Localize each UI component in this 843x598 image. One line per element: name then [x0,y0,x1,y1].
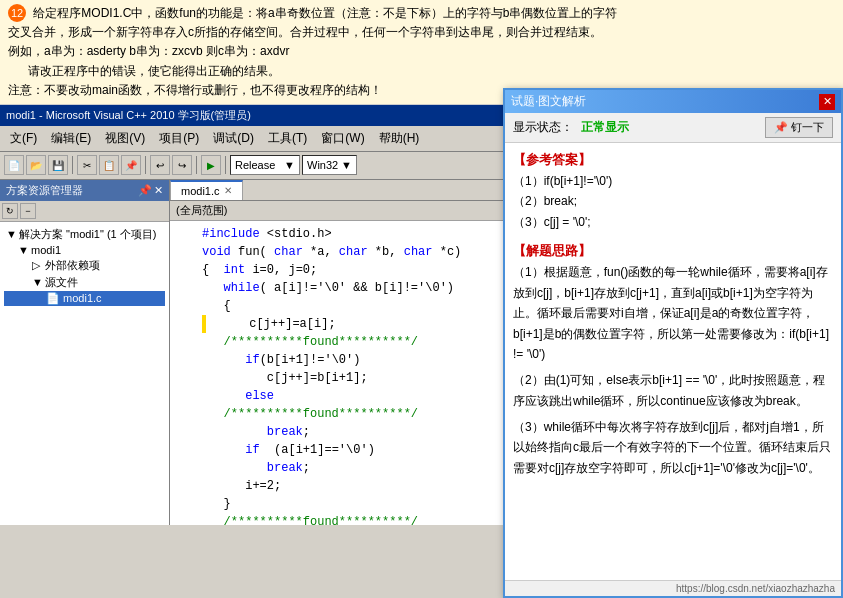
menu-file[interactable]: 文(F) [4,128,43,149]
ref-answer-title: 【参考答案】 [513,149,833,171]
status-label: 显示状态： [513,119,573,136]
toolbar-platform-label: Win32 [307,159,338,171]
menu-tools[interactable]: 工具(T) [262,128,313,149]
menu-view[interactable]: 视图(V) [99,128,151,149]
answer-close-button[interactable]: ✕ [819,94,835,110]
menu-debug[interactable]: 调试(D) [207,128,260,149]
toolbar-sep-4 [225,156,226,174]
answer-item-2: （2）break; [513,191,833,211]
solution-item-2: （2）由(1)可知，else表示b[i+1] == '\0'，此时按照题意，程序… [513,370,833,411]
answer-content: 【参考答案】 （1）if(b[i+1]!='\0') （2）break; （3）… [505,143,841,580]
answer-footer: https://blog.csdn.net/xiaozhazhazha [505,580,841,596]
toolbar-cut[interactable]: ✂ [77,155,97,175]
sidebar-content: ▼ 解决方案 "modi1" (1 个项目) ▼ modi1 ▷ 外部依赖项 ▼… [0,222,169,525]
tab-close-icon[interactable]: ✕ [224,185,232,196]
menu-window[interactable]: 窗口(W) [315,128,370,149]
sidebar-source-files[interactable]: ▼ 源文件 [4,274,165,291]
sidebar-refresh-btn[interactable]: ↻ [2,203,18,219]
sidebar-project-label: modi1 [31,244,61,256]
answer-item-1: （1）if(b[i+1]!='\0') [513,171,833,191]
toolbar-platform-dropdown[interactable]: Win32 ▼ [302,155,357,175]
sidebar-file-modi1[interactable]: 📄 modi1.c [4,291,165,306]
sidebar-solution-label: 解决方案 "modi1" (1 个项目) [19,228,156,240]
toolbar-new[interactable]: 📄 [4,155,24,175]
menu-edit[interactable]: 编辑(E) [45,128,97,149]
editor-tab-modi1[interactable]: modi1.c ✕ [170,180,243,200]
toolbar-undo[interactable]: ↩ [150,155,170,175]
solution-title: 【解题思路】 [513,240,833,262]
sidebar-solution[interactable]: ▼ 解决方案 "modi1" (1 个项目) [4,226,165,243]
toolbar-save[interactable]: 💾 [48,155,68,175]
toolbar-paste[interactable]: 📌 [121,155,141,175]
question-text-1: 给定程序MODI1.C中，函数fun的功能是：将a串奇数位置（注意：不是下标）上… [33,6,617,20]
sidebar-src-label: 源文件 [45,276,78,288]
scope-label: (全局范围) [176,204,227,216]
answer-title: 试题·图文解析 [511,93,586,110]
toolbar-open[interactable]: 📂 [26,155,46,175]
answer-panel: 试题·图文解析 ✕ 显示状态： 正常显示 📌 钉一下 【参考答案】 （1）if(… [503,88,843,598]
footer-url: https://blog.csdn.net/xiaozhazhazha [676,583,835,594]
sidebar-toolbar: ↻ − [0,201,169,222]
toolbar-sep-1 [72,156,73,174]
toolbar-redo[interactable]: ↪ [172,155,192,175]
menu-project[interactable]: 项目(P) [153,128,205,149]
toolbar-run[interactable]: ▶ [201,155,221,175]
question-line-1: 12 给定程序MODI1.C中，函数fun的功能是：将a串奇数位置（注意：不是下… [8,4,835,23]
toolbar-sep-2 [145,156,146,174]
toolbar-config-label: Release [235,159,275,171]
answer-item-3: （3）c[j] = '\0'; [513,212,833,232]
src-expand-icon: ▼ [32,276,42,288]
question-line-3: 例如，a串为：asderty b串为：zxcvb 则c串为：axdvr [8,42,835,61]
sidebar-external-deps[interactable]: ▷ 外部依赖项 [4,257,165,274]
ext-expand-icon: ▷ [32,259,42,272]
ide-title: modi1 - Microsoft Visual C++ 2010 学习版(管理… [6,108,251,123]
pin-button[interactable]: 📌 钉一下 [765,117,833,138]
sidebar-header: 方案资源管理器 📌 ✕ [0,180,169,201]
question-line-4: 请改正程序中的错误，使它能得出正确的结果。 [8,62,835,81]
question-number: 12 [8,4,26,22]
question-line-2: 交叉合并，形成一个新字符串存入c所指的存储空间。合并过程中，任何一个字符串到达串… [8,23,835,42]
pin-icon: 📌 [774,121,788,134]
sidebar-close-icon[interactable]: ✕ [154,184,163,197]
solution-item-3: （3）while循环中每次将字符存放到c[j]后，都对j自增1，所以始终指向c最… [513,417,833,478]
tab-label: modi1.c [181,185,220,197]
project-expand-icon: ▼ [18,244,28,256]
menu-help[interactable]: 帮助(H) [373,128,426,149]
sidebar-collapse-btn[interactable]: − [20,203,36,219]
sidebar-pin-icon[interactable]: 📌 [138,184,152,197]
solution-item-1: （1）根据题意，fun()函数的每一轮while循环，需要将a[i]存放到c[j… [513,262,833,364]
sidebar-ext-label: 外部依赖项 [45,259,100,271]
dropdown-platform-arrow-icon: ▼ [341,159,352,171]
toolbar-copy[interactable]: 📋 [99,155,119,175]
dropdown-arrow-icon: ▼ [284,159,295,171]
toolbar-sep-3 [196,156,197,174]
sidebar-file-label: modi1.c [63,292,102,304]
file-icon: 📄 [46,292,60,304]
solution-explorer: 方案资源管理器 📌 ✕ ↻ − ▼ 解决方案 "modi1" (1 个项目) ▼… [0,180,170,525]
solution-expand-icon: ▼ [6,228,16,240]
status-value: 正常显示 [581,119,629,136]
sidebar-title: 方案资源管理器 [6,183,83,198]
answer-titlebar: 试题·图文解析 ✕ [505,90,841,113]
answer-status-bar: 显示状态： 正常显示 📌 钉一下 [505,113,841,143]
pin-label: 钉一下 [791,120,824,135]
sidebar-project[interactable]: ▼ modi1 [4,243,165,257]
toolbar-config-dropdown[interactable]: Release ▼ [230,155,300,175]
